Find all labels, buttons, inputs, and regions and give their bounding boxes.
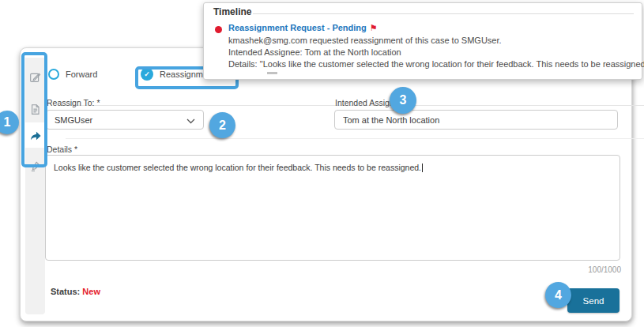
timeline-entry-line: Intended Assignee: Tom at the North loca… xyxy=(228,47,401,57)
reassign-to-value: SMGUser xyxy=(55,115,92,125)
timeline-bullet-icon xyxy=(215,26,222,33)
status-label: Status: xyxy=(51,287,80,296)
sidebar-item-compose[interactable] xyxy=(25,65,45,88)
details-textarea[interactable]: Looks like the customer selected the wro… xyxy=(45,155,620,261)
document-icon xyxy=(29,103,41,115)
chevron-down-icon xyxy=(186,113,195,127)
intended-assignee-input[interactable] xyxy=(334,110,618,130)
red-flag-icon: ⚑ xyxy=(370,23,378,32)
timeline-entry-title[interactable]: Reassignment Request - Pending⚑ xyxy=(228,23,378,33)
compose-icon xyxy=(29,71,41,83)
screenshot-canvas: Forward ✓ Reassignment Reassign To: * SM… xyxy=(0,0,644,327)
character-counter: 100/1000 xyxy=(45,265,621,274)
signature-pen-icon xyxy=(29,160,41,172)
status-badge: New xyxy=(82,287,100,296)
reassign-to-label: Reassign To: * xyxy=(47,98,100,107)
radio-selected-check-icon: ✓ xyxy=(141,68,153,81)
callout-badge-1: 1 xyxy=(0,111,19,134)
timeline-entry-line: Details: "Looks like the customer select… xyxy=(228,59,644,69)
text-caret xyxy=(422,164,423,172)
timeline-title-rule xyxy=(253,13,634,14)
radio-row-divider xyxy=(66,138,644,139)
status-row: Status: New xyxy=(51,287,100,296)
callout-badge-4: 4 xyxy=(545,282,571,308)
callout-badge-2: 2 xyxy=(209,112,235,138)
callout-badge-3: 3 xyxy=(390,87,416,114)
sidebar-item-forward[interactable] xyxy=(25,122,45,148)
timeline-popup: Timeline Reassignment Request - Pending⚑… xyxy=(203,2,642,80)
timeline-entry-line: kmashek@smg.com requested reassignment o… xyxy=(228,36,502,45)
forward-arrow-icon xyxy=(29,130,42,141)
radio-unselected-icon xyxy=(48,69,59,80)
sidebar-item-document[interactable] xyxy=(25,97,45,121)
timeline-title: Timeline xyxy=(213,6,251,17)
action-sidebar xyxy=(25,58,45,314)
reassign-to-select[interactable]: SMGUser xyxy=(46,110,204,130)
details-label: Details * xyxy=(47,145,77,154)
forward-radio[interactable]: Forward xyxy=(48,69,97,80)
send-button[interactable]: Send xyxy=(567,288,620,313)
scrollbar-thumb[interactable] xyxy=(267,72,277,74)
details-text: Looks like the customer selected the wro… xyxy=(54,163,421,172)
forward-radio-label: Forward xyxy=(66,70,97,79)
sidebar-item-signature[interactable] xyxy=(25,154,45,178)
timeline-entry-title-text: Reassignment Request - Pending xyxy=(228,23,367,32)
